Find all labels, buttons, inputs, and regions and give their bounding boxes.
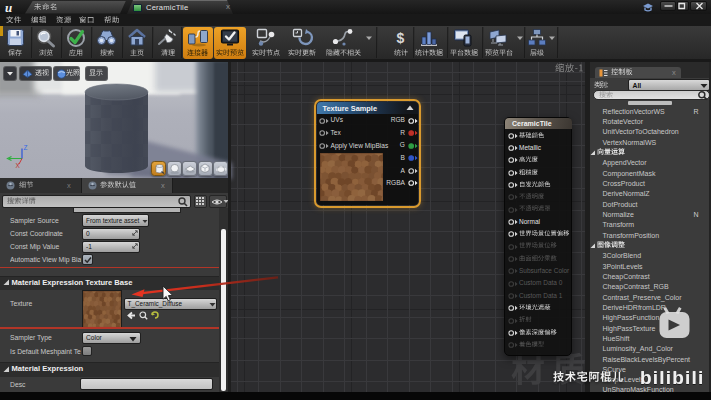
- svg-text:bilibili: bilibili: [640, 367, 705, 388]
